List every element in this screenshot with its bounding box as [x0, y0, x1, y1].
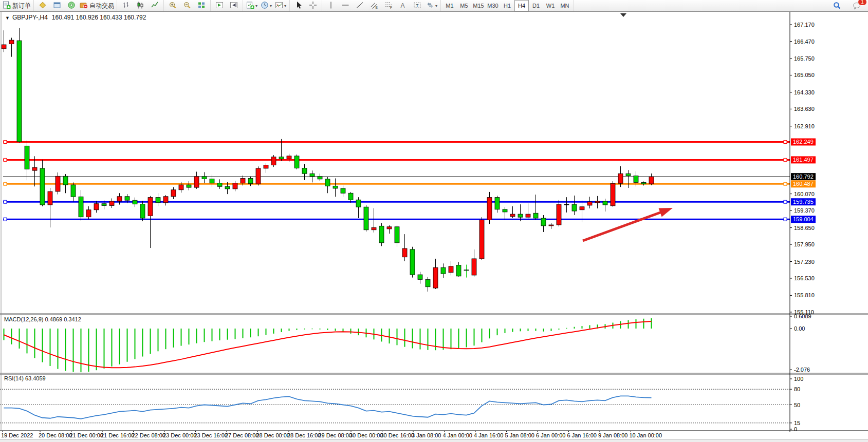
candle-body	[564, 204, 569, 205]
candle-body	[464, 270, 469, 271]
symbol-dropdown-icon[interactable]: ▼	[5, 15, 10, 21]
channel-icon: E	[370, 1, 378, 11]
chart-shift-marker[interactable]	[620, 13, 626, 17]
price-tag-label: 159.735	[793, 199, 814, 205]
line-handle[interactable]	[4, 140, 7, 143]
trend-icon	[356, 1, 364, 11]
timeframe-mn[interactable]: MN	[558, 0, 572, 11]
timeframe-d1[interactable]: D1	[529, 0, 543, 11]
candle-body	[433, 267, 438, 288]
arrows-tool-button[interactable]: ▾	[424, 1, 439, 11]
line-handle[interactable]	[784, 182, 787, 185]
market-watch-button[interactable]	[50, 1, 64, 11]
line-handle[interactable]	[4, 200, 7, 203]
zoom-out-button[interactable]	[180, 1, 194, 11]
time-tick-label: 6 Jan 16:00	[567, 432, 597, 438]
new-order-button[interactable]: 新订单	[2, 1, 32, 11]
periods-button[interactable]: ▾	[259, 1, 273, 11]
time-tick-label: 23 Dec 00:00	[163, 432, 196, 438]
symbol-period-label: GBPJPY-,H4	[12, 14, 48, 21]
candle-body	[456, 265, 461, 276]
text-tool-button[interactable]: A	[396, 1, 410, 11]
candle-body	[148, 198, 153, 216]
cursor-tool-button[interactable]	[291, 1, 306, 11]
arrow-annotation[interactable]	[583, 208, 673, 241]
macd-scale-label: -2.076	[794, 367, 810, 373]
vline-icon	[327, 1, 335, 11]
zoom-in-button[interactable]	[165, 1, 180, 11]
chart-prev-icon	[230, 1, 238, 11]
candle-body	[533, 213, 538, 218]
line-handle[interactable]	[784, 140, 787, 143]
price-tag-label: 160.792	[793, 174, 814, 180]
price-tick-label: 159.370	[794, 207, 815, 214]
chevron-down-icon: ▾	[255, 4, 257, 8]
candle-chart-mode-button[interactable]	[133, 1, 147, 11]
tile-windows-button[interactable]	[194, 1, 209, 11]
indicators-icon	[275, 1, 283, 11]
line-handle[interactable]	[784, 158, 787, 161]
trend-arrow-shaft[interactable]	[583, 212, 663, 241]
trendline-tool-button[interactable]	[353, 1, 367, 11]
time-tick-label: 21 Dec 16:00	[101, 432, 134, 438]
bar-chart-mode-button[interactable]	[119, 1, 133, 11]
candle-body	[510, 214, 515, 217]
chart-window[interactable]: ▼GBPJPY-,H4160.491 160.926 160.433 160.7…	[0, 11, 868, 442]
timeframe-h4[interactable]: H4	[514, 0, 529, 11]
vline-tool-button[interactable]	[324, 1, 338, 11]
chevron-down-icon: ▾	[284, 4, 286, 8]
line-handle[interactable]	[784, 218, 787, 221]
price-tick-label: 166.470	[794, 39, 815, 45]
candle-body	[25, 146, 29, 169]
line-handle[interactable]	[4, 182, 7, 185]
notifications-button[interactable]: 1	[849, 1, 864, 11]
timeframe-m5[interactable]: M5	[457, 0, 471, 11]
linechart-icon	[151, 1, 159, 11]
auto-trading-button[interactable]: 自动交易	[79, 1, 115, 11]
candle-body	[256, 168, 261, 184]
channel-tool-button[interactable]: E	[367, 1, 381, 11]
mt4-application: 新订单自动交易▾▾▾EFAT▾M1M5M15M30H1H4D1W1MN 1 ▼G…	[0, 0, 868, 442]
price-tick-label: 160.070	[794, 191, 815, 197]
candle-body	[202, 177, 207, 179]
candle-body	[117, 197, 122, 201]
toolbar-group-6	[290, 0, 322, 11]
time-tick-label: 3 Jan 08:00	[412, 432, 441, 438]
candle-body	[102, 204, 106, 206]
candle-body	[587, 202, 592, 205]
new-chart-button[interactable]: ▾	[245, 1, 259, 11]
time-tick-label: 23 Dec 16:00	[194, 432, 228, 438]
hline-tool-button[interactable]	[338, 1, 353, 11]
trend-arrow-head[interactable]	[658, 208, 673, 217]
candle-body	[472, 259, 476, 275]
horizontal-lines-layer[interactable]	[3, 140, 790, 221]
line-handle[interactable]	[4, 158, 7, 161]
price-tick-label: 157.950	[794, 241, 815, 247]
crosshair-tool-button[interactable]	[306, 1, 320, 11]
tile-icon	[197, 1, 206, 11]
signals-button[interactable]	[64, 1, 79, 11]
time-tick-label: 10 Jan 00:00	[630, 432, 662, 438]
templates-button[interactable]: ▾	[273, 1, 288, 11]
candle-body	[217, 183, 222, 187]
line-handle[interactable]	[4, 218, 7, 221]
label-tool-button[interactable]: T	[410, 1, 424, 11]
chart-canvas[interactable]: 167.170166.470165.750165.050164.330163.6…	[0, 12, 868, 442]
fibonacci-tool-button[interactable]: F	[381, 1, 396, 11]
panel-separators[interactable]	[0, 314, 868, 374]
line-chart-mode-button[interactable]	[147, 1, 162, 11]
chart-shift-button[interactable]	[227, 1, 241, 11]
timeframe-m15[interactable]: M15	[471, 0, 486, 11]
auto-scroll-button[interactable]	[212, 1, 227, 11]
line-handle[interactable]	[784, 200, 787, 203]
timeframe-h1[interactable]: H1	[500, 0, 514, 11]
timeframe-m30[interactable]: M30	[486, 0, 500, 11]
search-icon[interactable]	[830, 1, 844, 11]
candle-body	[56, 176, 60, 191]
timeframe-m1[interactable]: M1	[442, 0, 457, 11]
ohlc-values: 160.491 160.926 160.433 160.792	[52, 14, 146, 21]
charts-group-button[interactable]	[35, 1, 50, 11]
new-order-label: 新订单	[12, 2, 31, 10]
candle-body	[271, 157, 276, 165]
timeframe-w1[interactable]: W1	[543, 0, 558, 11]
